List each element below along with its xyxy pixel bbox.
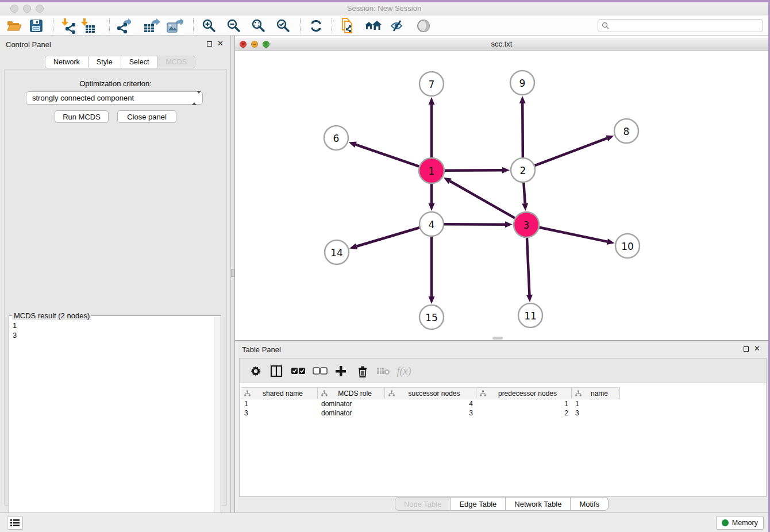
graph-edge-1-6[interactable] (356, 145, 419, 167)
create-column-button[interactable] (333, 363, 349, 379)
column-header-predecessor-nodes[interactable]: predecessor nodes (476, 387, 572, 399)
graph-edge-arrowhead (429, 296, 435, 304)
network-window-title: scc.txt (235, 40, 768, 48)
table-cell[interactable]: 2 (476, 408, 572, 418)
export-table-button[interactable] (143, 17, 160, 34)
export-network-icon (115, 18, 131, 34)
zoom-selected-button[interactable] (275, 17, 292, 34)
memory-button[interactable]: Memory (716, 516, 764, 530)
select-all-button[interactable] (290, 363, 306, 379)
network-view-window: ✕ − + scc.txt 7968124314101511 (234, 36, 768, 340)
deselect-all-button[interactable] (312, 363, 328, 379)
graph-edge-3-1[interactable] (450, 181, 515, 218)
mcds-result-list: 13 (9, 321, 213, 532)
graph-edge-arrowhead (429, 97, 435, 105)
table-cell[interactable]: dominator (318, 408, 385, 418)
close-panel-button[interactable]: Close panel (117, 110, 176, 123)
table-cell[interactable]: 1 (241, 399, 318, 408)
tab-mcds[interactable]: MCDS (157, 56, 195, 68)
graph-edge-2-9[interactable] (522, 103, 523, 157)
zoom-fit-button[interactable] (250, 17, 267, 34)
tab-style[interactable]: Style (88, 56, 121, 68)
task-history-button[interactable] (7, 516, 23, 530)
column-header-shared-name[interactable]: shared name (241, 387, 318, 399)
table-cell[interactable]: 3 (385, 408, 476, 418)
optimization-criterion-label: Optimization criterion: (5, 79, 226, 88)
export-image-button[interactable] (166, 17, 183, 34)
canvas-scrollbar-thumb[interactable] (492, 337, 503, 340)
graph-node-label: 7 (429, 79, 435, 90)
table-toolbar: f(x) (240, 358, 766, 383)
tab-node-table[interactable]: Node Table (395, 497, 451, 511)
folder-open-icon (7, 20, 22, 32)
delete-column-button[interactable] (355, 363, 371, 379)
tab-motifs[interactable]: Motifs (571, 497, 609, 511)
criterion-select[interactable]: strongly connected component (26, 91, 203, 105)
neighbors-button[interactable] (364, 17, 382, 34)
float-table-panel-icon[interactable] (744, 346, 749, 352)
clone-network-button[interactable] (339, 17, 356, 34)
delete-table-button[interactable] (375, 363, 391, 379)
tab-select[interactable]: Select (121, 56, 158, 68)
show-graphics-button[interactable] (415, 17, 432, 34)
column-header-successor-nodes[interactable]: successor nodes (385, 387, 476, 399)
tab-edge-table[interactable]: Edge Table (451, 497, 506, 511)
graph-node-label: 1 (429, 165, 435, 177)
table-row[interactable]: 3dominator323 (241, 408, 620, 418)
close-table-panel-icon[interactable]: ✕ (754, 346, 760, 351)
graph-edge-2-8[interactable] (535, 138, 607, 166)
table-cell[interactable]: 3 (241, 408, 318, 418)
table-settings-button[interactable] (248, 363, 264, 379)
graph-edge-arrowhead (502, 167, 510, 174)
app-titlebar: Session: New Session (0, 2, 768, 16)
graph-edge-4-14[interactable] (357, 228, 419, 246)
graph-edge-2-3[interactable] (523, 183, 525, 203)
plus-icon (335, 365, 346, 377)
mcds-result-scrollbar[interactable] (214, 317, 221, 531)
table-cell[interactable]: dominator (318, 399, 385, 408)
table-cell[interactable]: 1 (476, 399, 572, 408)
function-builder-button[interactable]: f(x) (396, 363, 412, 379)
graph-node-label: 15 (425, 312, 438, 323)
table-cell[interactable]: 4 (385, 399, 476, 408)
list-icon (10, 519, 20, 527)
toolbar-separator (109, 18, 110, 33)
import-table-button[interactable] (79, 17, 97, 34)
table-panel: Table Panel ✕ (234, 340, 768, 512)
table-cell[interactable]: 1 (572, 399, 620, 408)
close-panel-icon[interactable]: ✕ (217, 41, 224, 46)
zoom-fit-icon (251, 18, 266, 33)
network-canvas[interactable]: 7968124314101511 (235, 51, 768, 340)
criterion-value: strongly connected component (32, 94, 134, 102)
run-mcds-button[interactable]: Run MCDS (55, 110, 109, 123)
graph-edge-3-11[interactable] (527, 238, 529, 295)
checked-boxes-icon (291, 367, 306, 375)
hide-graphics-button[interactable] (389, 17, 406, 34)
tab-network[interactable]: Network (45, 56, 88, 68)
open-session-button[interactable] (6, 17, 23, 34)
column-header-name[interactable]: name (572, 387, 620, 399)
graph-edge-1-2[interactable] (445, 170, 502, 171)
node-table: shared nameMCDS rolesuccessor nodesprede… (241, 387, 620, 418)
show-columns-button[interactable] (268, 363, 284, 379)
status-bar: Memory (0, 512, 768, 532)
sitemap-icon (321, 390, 328, 396)
column-header-MCDS-role[interactable]: MCDS role (318, 387, 385, 399)
float-panel-icon[interactable] (207, 41, 212, 47)
search-input[interactable] (598, 19, 763, 32)
memory-label: Memory (732, 519, 758, 527)
table-cell[interactable]: 3 (572, 408, 620, 418)
zoom-in-button[interactable] (201, 17, 218, 34)
zoom-out-button[interactable] (225, 17, 242, 34)
graph-edge-4-3[interactable] (444, 224, 505, 225)
table-row[interactable]: 1dominator411 (241, 399, 620, 408)
refresh-button[interactable] (307, 17, 325, 34)
zoom-selected-icon (276, 18, 291, 33)
tab-network-table[interactable]: Network Table (506, 497, 571, 511)
import-network-button[interactable] (60, 17, 77, 34)
graph-edge-3-10[interactable] (540, 228, 607, 242)
save-session-button[interactable] (28, 17, 45, 34)
eye-slash-icon (390, 19, 406, 33)
mcds-result-box: MCDS result (2 nodes) 13 (9, 315, 221, 532)
export-network-button[interactable] (114, 17, 132, 34)
